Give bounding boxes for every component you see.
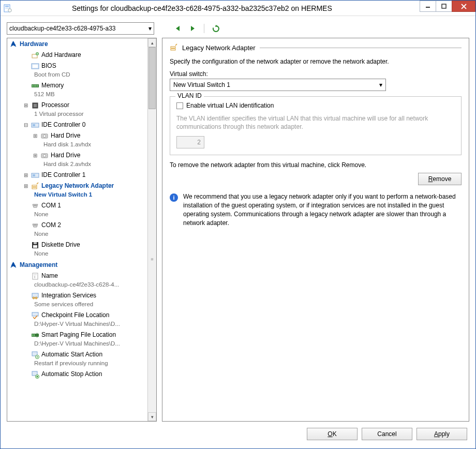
expand-icon[interactable]: ⊞ <box>23 182 29 190</box>
diskette-icon <box>31 241 39 249</box>
vlan-checkbox-label: Enable virtual LAN identification <box>186 102 274 109</box>
section-description: Specify the configuration of the network… <box>170 58 462 65</box>
expand-icon[interactable]: ⊞ <box>23 171 29 179</box>
svg-marker-10 <box>191 26 195 31</box>
nav-legacy-nic[interactable]: ⊞ Legacy Network Adapter New Virtual Swi… <box>7 181 147 200</box>
scroll-down-icon[interactable]: ▾ <box>148 412 156 421</box>
nav-sublabel: D:\Hyper-V Virtual Machines\D... <box>11 320 147 328</box>
nav-label: IDE Controller 1 <box>41 171 85 179</box>
nav-sublabel: Some services offered <box>11 300 147 309</box>
nav-label: Integration Services <box>41 291 96 300</box>
nav-hd1[interactable]: ⊞ Hard Drive Hard disk 1.avhdx <box>7 130 147 150</box>
vlan-checkbox[interactable] <box>176 102 183 109</box>
nav-label: Add Hardware <box>41 51 81 59</box>
vlan-id-input: 2 <box>176 136 204 148</box>
paging-icon <box>31 331 39 339</box>
nav-hd2[interactable]: ⊞ Hard Drive Hard disk 2.avhdx <box>7 150 147 170</box>
vlan-groupbox: VLAN ID Enable virtual LAN identificatio… <box>170 96 462 155</box>
minimize-button[interactable] <box>420 1 436 12</box>
vswitch-value: New Virtual Switch 1 <box>173 81 230 88</box>
tree-scrollbar[interactable]: ▴ ≡ ▾ <box>147 38 156 421</box>
scroll-up-icon[interactable]: ▴ <box>148 38 156 47</box>
scroll-thumb[interactable] <box>148 47 156 109</box>
nav-com1[interactable]: COM 1 None <box>7 200 147 220</box>
name-icon: I <box>31 272 39 280</box>
checkpoint-icon <box>31 311 39 320</box>
nav-sublabel: Hard disk 1.avhdx <box>11 140 147 149</box>
nav-integration[interactable]: Integration Services Some services offer… <box>7 290 147 310</box>
next-button[interactable] <box>187 23 198 34</box>
controller-icon <box>31 121 39 129</box>
nav-sublabel: Restart if previously running <box>11 359 147 368</box>
management-category[interactable]: ⮝ Management <box>7 259 147 271</box>
vlan-legend: VLAN ID <box>175 92 204 99</box>
nav-label: Automatic Start Action <box>41 350 102 359</box>
svg-rect-2 <box>5 7 9 8</box>
nav-autostart[interactable]: Automatic Start Action Restart if previo… <box>7 349 147 369</box>
section-title: Legacy Network Adapter <box>182 44 256 52</box>
controller-icon <box>31 171 39 179</box>
nav-add-hardware[interactable]: Add Hardware <box>7 50 147 61</box>
svg-point-39 <box>34 224 35 226</box>
nav-label: BIOS <box>41 62 56 70</box>
nav-name[interactable]: I Name cloudbackup-ce4f2e33-c628-4... <box>7 271 147 290</box>
refresh-button[interactable] <box>211 23 221 34</box>
scroll-grip-icon: ≡ <box>148 254 156 264</box>
nav-com2[interactable]: COM 2 None <box>7 220 147 240</box>
integration-icon <box>31 292 39 300</box>
nav-ide0[interactable]: ⊟ IDE Controller 0 <box>7 119 147 130</box>
bios-icon <box>31 62 39 70</box>
vswitch-dropdown[interactable]: New Virtual Switch 1 ▾ <box>170 79 386 91</box>
nav-memory[interactable]: Memory 512 MB <box>7 80 147 100</box>
nav-label: Smart Paging File Location <box>41 331 116 339</box>
vm-selector-value: cloudbackup-ce4f2e33-c628-4975-a33 <box>9 25 115 32</box>
close-button[interactable] <box>452 1 475 12</box>
svg-line-64 <box>175 44 177 46</box>
svg-rect-1 <box>5 6 9 7</box>
svg-point-40 <box>35 224 36 226</box>
svg-rect-19 <box>32 85 33 87</box>
expand-icon[interactable]: ⊞ <box>32 151 38 160</box>
nav-processor[interactable]: ⊞ Processor 1 Virtual processor <box>7 100 147 119</box>
svg-rect-53 <box>32 334 33 336</box>
info-text: We recommend that you use a legacy netwo… <box>183 192 462 227</box>
vswitch-label: Virtual switch: <box>170 70 462 78</box>
nav-bios[interactable]: BIOS Boot from CD <box>7 61 147 80</box>
nav-sublabel: Hard disk 2.avhdx <box>11 160 147 169</box>
body-split: ⮝ Hardware Add Hardware BIOS Boot from C… <box>7 38 469 422</box>
maximize-button[interactable] <box>436 1 452 12</box>
remove-button[interactable]: Remove <box>418 173 462 185</box>
vlan-checkbox-row[interactable]: Enable virtual LAN identification <box>176 102 455 109</box>
svg-point-41 <box>36 224 37 226</box>
apply-button[interactable]: Apply <box>416 428 467 440</box>
nav-label: COM 1 <box>41 201 61 210</box>
hardware-category[interactable]: ⮝ Hardware <box>7 38 147 50</box>
vm-selector-dropdown[interactable]: cloudbackup-ce4f2e33-c628-4975-a33 ▾ <box>7 22 154 35</box>
toolbar-divider <box>204 24 204 33</box>
cancel-button[interactable]: Cancel <box>362 428 412 440</box>
scroll-track[interactable]: ≡ <box>148 47 156 412</box>
hardware-label: Hardware <box>20 40 48 48</box>
collapse-icon[interactable]: ⊟ <box>23 121 29 129</box>
svg-rect-20 <box>34 85 35 87</box>
nav-diskette[interactable]: Diskette Drive None <box>7 240 147 259</box>
prev-button[interactable] <box>173 23 183 34</box>
autostart-icon <box>31 351 39 359</box>
svg-point-37 <box>35 205 36 206</box>
com-port-icon <box>31 221 39 230</box>
collapse-icon: ⮝ <box>10 40 17 48</box>
nav-tree[interactable]: ⮝ Hardware Add Hardware BIOS Boot from C… <box>7 38 147 421</box>
harddrive-icon <box>40 132 49 140</box>
expand-icon[interactable]: ⊞ <box>32 131 38 140</box>
nav-ide1[interactable]: ⊞ IDE Controller 1 <box>7 170 147 181</box>
nav-sublabel: None <box>11 210 147 219</box>
nav-autostop[interactable]: Automatic Stop Action <box>7 369 147 380</box>
settings-icon <box>1 1 15 16</box>
nav-checkpoint[interactable]: Checkpoint File Location D:\Hyper-V Virt… <box>7 310 147 330</box>
ok-button[interactable]: OK <box>307 428 358 440</box>
nav-paging[interactable]: Smart Paging File Location D:\Hyper-V Vi… <box>7 330 147 349</box>
expand-icon[interactable]: ⊞ <box>23 101 29 110</box>
com-port-icon <box>31 202 39 210</box>
svg-rect-32 <box>33 174 35 176</box>
nav-sublabel: 512 MB <box>11 90 147 99</box>
